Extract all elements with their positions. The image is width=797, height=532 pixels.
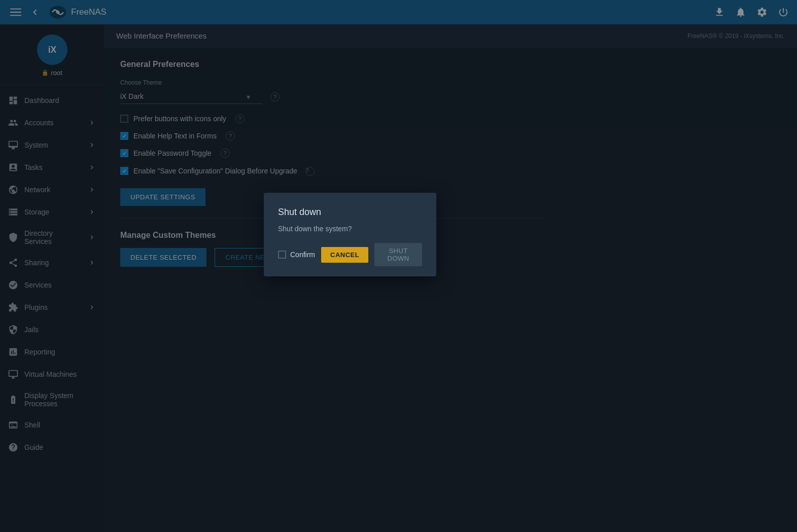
modal-overlay[interactable]: Shut down Shut down the system? Confirm … — [0, 0, 797, 532]
modal-body: Shut down the system? — [278, 225, 422, 233]
modal-shutdown-button[interactable]: SHUT DOWN — [374, 243, 422, 266]
modal-confirm-label: Confirm — [290, 251, 315, 259]
shutdown-modal: Shut down Shut down the system? Confirm … — [264, 193, 436, 276]
modal-confirm-checkbox[interactable] — [278, 251, 286, 259]
modal-title: Shut down — [278, 207, 422, 218]
modal-footer: Confirm CANCEL SHUT DOWN — [278, 243, 422, 266]
modal-confirm-row: Confirm — [278, 251, 315, 259]
modal-cancel-button[interactable]: CANCEL — [321, 247, 368, 263]
